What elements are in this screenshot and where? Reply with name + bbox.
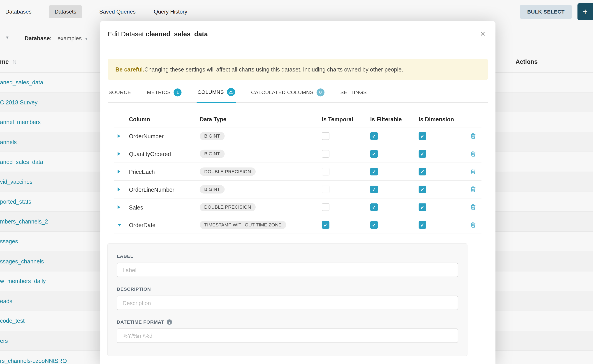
tab-label: CALCULATED COLUMNS: [251, 89, 313, 95]
column-row: OrderDate TIMESTAMP WITHOUT TIME ZONE ✓ …: [114, 216, 481, 234]
dataset-link[interactable]: mbers_channels_2: [0, 218, 48, 225]
edit-dataset-modal: Edit Dataset cleaned_sales_data ✕ Be car…: [100, 21, 495, 364]
tab-metrics[interactable]: METRICS 1: [146, 88, 183, 103]
label-input[interactable]: [117, 263, 458, 277]
nav-tabs: Databases Datasets Saved Queries Query H…: [5, 5, 188, 18]
nav-item-datasets[interactable]: Datasets: [49, 5, 82, 18]
expand-toggle[interactable]: [114, 152, 127, 156]
caret-right-icon: [118, 152, 120, 156]
sort-icon[interactable]: ⇅: [13, 59, 16, 65]
tab-settings[interactable]: SETTINGS: [340, 88, 368, 103]
chevron-down-icon[interactable]: ▾: [6, 34, 9, 40]
nav-item-saved-queries[interactable]: Saved Queries: [99, 5, 136, 18]
column-name: Sales: [127, 204, 198, 210]
dataset-link[interactable]: ported_stats: [0, 198, 31, 205]
dataset-link[interactable]: ers: [0, 338, 8, 344]
warning-text: Changing these settings will affect all …: [145, 66, 403, 72]
delete-column-button[interactable]: [465, 151, 481, 157]
expand-toggle[interactable]: [114, 134, 127, 138]
datetime-format-label: DATETIME FORMAT: [117, 319, 164, 325]
check-icon: ✓: [420, 133, 424, 139]
check-icon: ✓: [372, 151, 376, 157]
database-filter-label: Database:: [25, 35, 52, 41]
nav-item-query-history[interactable]: Query History: [153, 5, 188, 18]
is-filterable-checkbox[interactable]: ✓: [370, 186, 378, 193]
nav-item-databases[interactable]: Databases: [5, 5, 32, 18]
is-temporal-checkbox[interactable]: ✓: [322, 150, 329, 158]
dataset-link[interactable]: aned_sales_data: [0, 159, 43, 165]
dataset-link[interactable]: ssages_channels: [0, 258, 44, 264]
column-row: QuantityOrdered BIGINT ✓ ✓ ✓: [114, 145, 481, 163]
add-button[interactable]: +: [577, 3, 593, 20]
check-icon: ✓: [372, 133, 376, 139]
dataset-link[interactable]: C 2018 Survey: [0, 99, 38, 105]
dataset-link[interactable]: vid_vaccines: [0, 179, 33, 185]
nav-actions: BULK SELECT +: [520, 3, 593, 20]
data-type-pill: BIGINT: [200, 185, 224, 194]
is-temporal-checkbox[interactable]: ✓: [322, 132, 329, 140]
trash-icon: [470, 151, 476, 157]
dataset-link[interactable]: code_test: [0, 318, 25, 324]
delete-column-button[interactable]: [465, 133, 481, 139]
tab-calculated-columns[interactable]: CALCULATED COLUMNS 0: [250, 88, 325, 103]
trash-icon: [470, 133, 476, 139]
expand-toggle[interactable]: [114, 170, 127, 174]
is-dimension-checkbox[interactable]: ✓: [419, 221, 426, 229]
bulk-select-button[interactable]: BULK SELECT: [520, 5, 572, 19]
is-dimension-checkbox[interactable]: ✓: [419, 203, 426, 211]
column-name: QuantityOrdered: [127, 151, 198, 157]
plus-icon: +: [583, 7, 588, 17]
dataset-link[interactable]: annel_members: [0, 119, 41, 125]
expand-toggle[interactable]: [114, 187, 127, 191]
column-row: Sales DOUBLE PRECISION ✓ ✓ ✓: [114, 198, 481, 216]
modal-tabs: SOURCE METRICS 1 COLUMNS 25 CALCULATED C…: [108, 88, 488, 103]
tab-badge: 0: [316, 88, 324, 96]
is-dimension-checkbox[interactable]: ✓: [419, 168, 426, 176]
is-dimension-checkbox[interactable]: ✓: [419, 186, 426, 193]
dataset-link[interactable]: eads: [0, 298, 13, 304]
is-temporal-checkbox[interactable]: ✓: [322, 203, 329, 211]
columns-table-header: Column Data Type Is Temporal Is Filterab…: [114, 111, 481, 127]
is-temporal-checkbox[interactable]: ✓: [322, 186, 329, 193]
tab-source[interactable]: SOURCE: [108, 88, 132, 103]
data-type-header: Data Type: [198, 116, 319, 123]
check-icon: ✓: [372, 204, 376, 210]
check-icon: ✓: [420, 222, 424, 228]
database-filter-select[interactable]: examples ▾: [58, 35, 87, 41]
is-dimension-checkbox[interactable]: ✓: [419, 150, 426, 158]
is-filterable-checkbox[interactable]: ✓: [370, 221, 378, 229]
check-icon: ✓: [372, 187, 376, 192]
tab-label: SETTINGS: [340, 89, 367, 95]
delete-column-button[interactable]: [465, 204, 481, 210]
is-temporal-checkbox[interactable]: ✓: [322, 168, 329, 176]
datetime-format-input[interactable]: [117, 328, 458, 343]
is-filterable-checkbox[interactable]: ✓: [370, 150, 378, 158]
delete-column-button[interactable]: [465, 186, 481, 192]
is-temporal-header: Is Temporal: [319, 116, 367, 123]
info-icon[interactable]: i: [167, 319, 172, 325]
trash-icon: [470, 169, 476, 175]
modal-title: Edit Dataset cleaned_sales_data: [108, 30, 208, 38]
is-dimension-checkbox[interactable]: ✓: [419, 132, 426, 140]
delete-column-button[interactable]: [465, 222, 481, 228]
close-icon[interactable]: ✕: [480, 31, 486, 38]
name-column-header[interactable]: me: [0, 59, 9, 65]
delete-column-button[interactable]: [465, 169, 481, 175]
expand-toggle[interactable]: [114, 205, 127, 209]
dataset-link[interactable]: w_members_daily: [0, 278, 46, 284]
dataset-link[interactable]: ssages: [0, 238, 18, 244]
tab-label: METRICS: [147, 89, 171, 95]
is-filterable-checkbox[interactable]: ✓: [370, 132, 378, 140]
dataset-link[interactable]: aned_sales_data: [0, 79, 43, 85]
is-filterable-checkbox[interactable]: ✓: [370, 203, 378, 211]
check-icon: ✓: [420, 169, 424, 174]
expand-toggle[interactable]: [114, 223, 127, 226]
dataset-link[interactable]: annels: [0, 139, 17, 145]
dataset-link[interactable]: rs_channels-uzooNNtSRO: [0, 358, 67, 364]
tab-columns[interactable]: COLUMNS 25: [197, 88, 236, 103]
is-temporal-checkbox[interactable]: ✓: [322, 221, 329, 229]
is-filterable-checkbox[interactable]: ✓: [370, 168, 378, 176]
caret-down-icon: [118, 223, 121, 226]
database-filter-value: examples: [58, 35, 82, 41]
description-input[interactable]: [117, 296, 458, 310]
